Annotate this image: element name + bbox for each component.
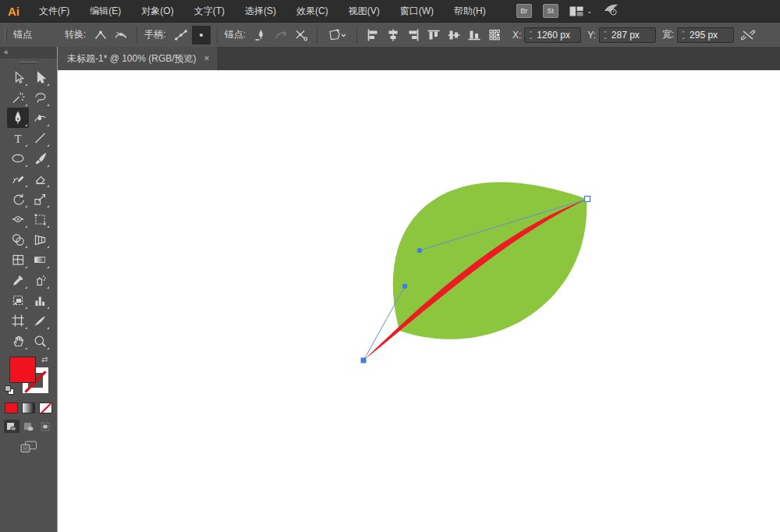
- lasso-tool[interactable]: [29, 87, 51, 108]
- align-left-button[interactable]: [363, 26, 382, 44]
- draw-normal-button[interactable]: [4, 420, 20, 433]
- zoom-tool[interactable]: [29, 331, 51, 351]
- isolate-selection-button[interactable]: [324, 26, 350, 44]
- show-handles-button[interactable]: [172, 26, 190, 44]
- eyedropper-tool[interactable]: [7, 270, 29, 290]
- flyout-indicator: [47, 246, 49, 248]
- align-right-button[interactable]: [404, 26, 423, 44]
- draw-behind-button[interactable]: [21, 420, 37, 433]
- control-group-label: 转换:: [65, 28, 86, 41]
- color-button[interactable]: [5, 403, 18, 413]
- eraser-tool[interactable]: [29, 168, 51, 189]
- control-bar-grip[interactable]: [5, 28, 7, 42]
- convert-to-smooth-button[interactable]: [112, 26, 130, 44]
- toolbar-collapse-button[interactable]: «: [0, 47, 57, 59]
- hand-tool[interactable]: [7, 331, 29, 351]
- swap-fill-stroke-icon[interactable]: ⇄: [41, 355, 48, 364]
- gradient-button[interactable]: [22, 403, 35, 413]
- unlink-chain-icon[interactable]: [739, 26, 757, 44]
- flyout-indicator: [25, 347, 27, 349]
- menu-item-1[interactable]: 文件(F): [29, 0, 80, 22]
- perspective-grid-tool[interactable]: [29, 229, 51, 250]
- leaf-shape[interactable]: [393, 183, 587, 339]
- y-field-input[interactable]: ⌃⌄287 px: [599, 27, 656, 43]
- menu-item-3[interactable]: 对象(O): [131, 0, 183, 22]
- curvature-tool[interactable]: [29, 108, 51, 128]
- workspace-switcher[interactable]: ⌄: [569, 6, 593, 16]
- y-field-label: Y:: [587, 30, 596, 41]
- shape-builder-tool[interactable]: [7, 229, 29, 250]
- symbol-sprayer-tool[interactable]: [29, 270, 51, 290]
- stepper-icon[interactable]: ⌃⌄: [528, 31, 533, 39]
- menu-item-5[interactable]: 选择(S): [235, 0, 286, 22]
- flyout-indicator: [47, 225, 49, 228]
- artboard-tool[interactable]: [7, 310, 29, 331]
- bezier-handle[interactable]: [402, 284, 407, 289]
- none-button[interactable]: [39, 403, 52, 413]
- menu-item-6[interactable]: 效果(C): [286, 0, 339, 22]
- stepper-icon[interactable]: ⌃⌄: [681, 31, 686, 39]
- tools-grid: T: [0, 67, 57, 351]
- column-graph-tool[interactable]: [29, 290, 51, 310]
- free-transform-tool[interactable]: [29, 209, 51, 229]
- width-field-input[interactable]: ⌃⌄295 px: [677, 27, 734, 43]
- x-field-input[interactable]: ⌃⌄1260 px: [524, 27, 581, 43]
- mesh-tool[interactable]: [7, 250, 29, 270]
- share-launch-icon[interactable]: [603, 3, 620, 19]
- selection-tool[interactable]: [7, 67, 29, 87]
- align-bottom-button[interactable]: [465, 26, 484, 44]
- line-segment-tool[interactable]: [29, 128, 51, 148]
- tab-close-icon[interactable]: ×: [204, 53, 210, 64]
- align-v-center-button[interactable]: [445, 26, 463, 44]
- paintbrush-tool[interactable]: [29, 148, 51, 168]
- stock-badge[interactable]: St: [543, 4, 558, 18]
- menu-item-2[interactable]: 编辑(E): [80, 0, 131, 22]
- bezier-handle[interactable]: [417, 248, 422, 253]
- app-logo[interactable]: Ai: [0, 5, 29, 18]
- pen-tool[interactable]: [7, 108, 29, 128]
- stepper-icon[interactable]: ⌃⌄: [603, 31, 608, 39]
- convert-to-corner-button[interactable]: [91, 26, 110, 44]
- knife-tool[interactable]: [29, 310, 51, 331]
- toolbar-drag-handle[interactable]: [0, 59, 57, 67]
- remove-anchor-button[interactable]: [251, 26, 270, 44]
- divider: [317, 27, 317, 44]
- align-top-button[interactable]: [424, 26, 443, 44]
- y-field: Y:⌃⌄287 px: [587, 27, 656, 43]
- menu-item-8[interactable]: 窗口(W): [390, 0, 444, 22]
- divider: [136, 27, 137, 44]
- ellipse-tool[interactable]: [7, 148, 29, 168]
- slice-tool[interactable]: [7, 290, 29, 310]
- shaper-tool[interactable]: [7, 168, 29, 189]
- control-panel-label: 锚点: [13, 28, 32, 41]
- rotate-tool[interactable]: [7, 189, 29, 209]
- menu-item-4[interactable]: 文字(T): [184, 0, 235, 22]
- menubar-right: Br St ⌄: [516, 3, 621, 19]
- anchor-point[interactable]: [585, 197, 590, 202]
- bridge-badge[interactable]: Br: [516, 4, 532, 18]
- flyout-indicator: [25, 83, 27, 86]
- draw-inside-button[interactable]: [38, 420, 54, 433]
- type-tool[interactable]: T: [7, 128, 29, 148]
- flyout-indicator: [47, 185, 49, 187]
- scale-tool[interactable]: [29, 189, 51, 209]
- direct-selection-tool[interactable]: [29, 67, 51, 87]
- divider: [217, 27, 218, 44]
- default-fill-stroke-icon[interactable]: [5, 385, 15, 395]
- width-tool[interactable]: [7, 209, 29, 229]
- screen-mode-button[interactable]: [0, 441, 57, 453]
- anchor-point-selected[interactable]: [361, 358, 367, 364]
- flyout-indicator: [47, 165, 49, 167]
- menu-item-9[interactable]: 帮助(H): [444, 0, 496, 22]
- gradient-tool[interactable]: [29, 250, 51, 270]
- canvas[interactable]: [58, 70, 780, 532]
- align-to-artboard-button[interactable]: [485, 26, 504, 44]
- magic-wand-tool[interactable]: [7, 87, 29, 108]
- flyout-indicator: [25, 144, 27, 147]
- cut-path-button[interactable]: [292, 26, 310, 44]
- document-tab[interactable]: 未标题-1* @ 100% (RGB/预览) ×: [58, 47, 218, 70]
- align-h-center-button[interactable]: [384, 26, 402, 44]
- menu-item-7[interactable]: 视图(V): [339, 0, 390, 22]
- hide-handles-button[interactable]: [192, 26, 211, 44]
- fill-swatch[interactable]: [9, 356, 36, 383]
